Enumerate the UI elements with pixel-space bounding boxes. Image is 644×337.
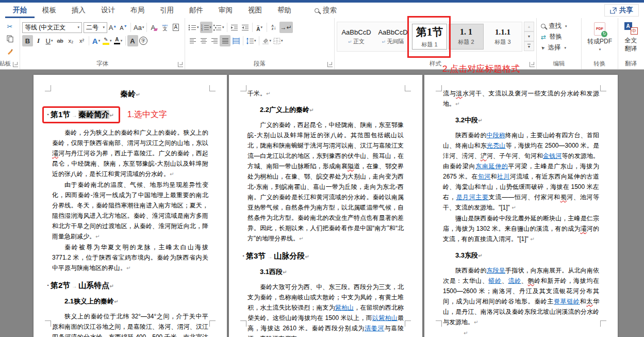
page-2[interactable]: 千米。↵2.2广义上的秦岭↵广义的秦岭，西起昆仑，中经陇南、陕南，东至鄂豫皖-大… [229, 75, 422, 337]
multilevel-list-button[interactable]: ▾ [212, 22, 225, 33]
doc-heading1[interactable]: ·第1节→秦岭简介↵1.选中文字 [47, 106, 208, 123]
font-name-value: 等线 (中文正文 [25, 23, 65, 32]
full-text-translate-button[interactable]: A中 全文 翻译 [620, 21, 641, 53]
clear-formatting-button[interactable]: A [148, 22, 159, 33]
tab-view[interactable]: 视图 [240, 3, 270, 18]
page-1[interactable]: 秦岭↵·第1节→秦岭简介↵1.选中文字秦岭，分为狭义上的秦岭和广义上的秦岭。狭义… [34, 75, 227, 337]
character-scaling-icon: ↔A [256, 23, 260, 32]
clipboard-group: ✂ 剪贴板 [0, 18, 20, 69]
shrink-font-button[interactable]: A▼ [118, 22, 129, 33]
doc-paragraph[interactable]: 秦岭大致可分为西、中、东三段。西段分为三支，北支为秦岭，也称南岐山或大散岭；中支… [247, 282, 404, 337]
tell-me-search[interactable]: 搜索 [315, 3, 337, 18]
superscript-button[interactable]: x² [76, 35, 87, 46]
highlight-color-button[interactable]: ✎▾ [102, 35, 113, 46]
font-name-combo[interactable]: 等线 (中文正文▾ [22, 22, 82, 33]
styles-more-button[interactable]: ▼ [524, 41, 534, 51]
doc-paragraph[interactable]: 广义的秦岭，西起昆仑，中经陇南、陕南，东至鄂豫皖-大别山以及蚌埠附近的张八岭。其… [247, 120, 404, 244]
doc-paragraph[interactable]: 秦岭被尊为华夏文明的龙脉，主峰太白山海拔 3771.2 米，位于陕西省宝鸡市境内… [52, 242, 208, 274]
doc-paragraph[interactable]: 陕西秦岭的中段称终南山，主要山岭有四方台、首阳山、终南山和东光秃山等，海拔均在 … [443, 130, 599, 213]
doc-paragraph[interactable]: 秦岭，分为狭义上的秦岭和广义上的秦岭。狭义上的秦岭，仅限于陕西省南部、渭河与汉江… [52, 127, 208, 180]
align-center-button[interactable] [198, 35, 209, 46]
doc-heading2[interactable]: 2.2广义上的秦岭↵ [247, 105, 404, 115]
svg-text:3: 3 [201, 28, 203, 31]
doc-paragraph[interactable]: 千米。↵ [247, 88, 404, 99]
tab-home[interactable]: 开始 [5, 3, 35, 18]
page-3[interactable]: 流与沮水河干、支流以及褒河一些支流的分水岭和发源地。↵3.2中段↵陕西秦岭的中段… [424, 75, 618, 337]
numbering-button[interactable]: 123▾ [200, 22, 213, 33]
dialog-launcher-paragraph[interactable] [327, 62, 333, 67]
copy-button[interactable] [5, 33, 15, 44]
doc-heading2[interactable]: 3.1西段↵ [247, 267, 404, 277]
doc-paragraph[interactable]: 骊山是陕西秦岭中段北麓外延的断块山，主峰是仁宗庙，海拔为 1302 米。来自骊山… [443, 213, 599, 245]
borders-button[interactable]: ▾ [272, 35, 284, 46]
distribute-button[interactable] [230, 35, 241, 46]
styles-scroll-up-button[interactable]: ▲ [524, 22, 534, 31]
doc-heading2[interactable]: 3.3东段↵ [443, 251, 599, 260]
styles-scroll-down-button[interactable]: ▼ [524, 31, 534, 41]
share-button[interactable]: 共享 [604, 4, 639, 17]
decrease-indent-button[interactable] [229, 22, 240, 33]
bullets-button[interactable]: ▾ [187, 22, 200, 33]
change-case-button[interactable]: Aa▾ [133, 22, 145, 33]
doc-empty-line[interactable]: ↵ [443, 328, 599, 337]
increase-indent-button[interactable] [240, 22, 251, 33]
tab-template[interactable]: 模板 [35, 3, 64, 18]
doc-paragraph[interactable]: 陕西秦岭的东段呈手指状，向东南展开。从北向南依次是：太华山、蟒岭、流岭、鹘岭和新… [443, 265, 599, 328]
align-right-button[interactable] [209, 35, 220, 46]
grow-font-button[interactable]: A▲ [107, 22, 118, 33]
editing-group: 查找▾ ⇄替换 ➤选择▾ 编辑 [536, 18, 581, 69]
strikethrough-button[interactable]: ab [55, 35, 65, 46]
bold-button[interactable]: B [22, 35, 33, 46]
style-item-标题 1[interactable]: 第1节标题 1 [412, 24, 447, 50]
font-size-combo[interactable]: 二号▾ [84, 22, 107, 33]
tab-help[interactable]: 帮助 [270, 3, 299, 18]
convert-to-pdf-button[interactable]: PDF↻ 转成PDF ▾ [584, 21, 616, 52]
chevron-down-icon: ▾ [254, 39, 256, 43]
underline-button[interactable]: U▾ [44, 35, 55, 46]
character-border-button[interactable]: A [170, 22, 181, 33]
doc-heading1[interactable]: ·第2节→山系特点↵ [47, 281, 208, 291]
phonetic-guide-button[interactable]: wén文 [159, 22, 170, 33]
doc-paragraph[interactable]: 狭义上的秦岭位于北纬 32°—34°之间，介于关中平原和南面的汉江谷地之间，是嘉… [52, 311, 208, 337]
dialog-launcher-font[interactable] [178, 62, 183, 67]
font-color-button[interactable]: A▾ [113, 35, 124, 46]
text-effects-button[interactable]: A▾ [91, 35, 102, 46]
document-canvas[interactable]: 秦岭↵·第1节→秦岭简介↵1.选中文字秦岭，分为狭义上的秦岭和广义上的秦岭。狭义… [0, 70, 644, 337]
dialog-launcher-styles[interactable] [530, 62, 535, 67]
tab-references[interactable]: 引用 [152, 3, 181, 18]
asian-layout-button[interactable]: ↔A▾ [254, 22, 265, 33]
enclose-characters-button[interactable]: 字 [138, 35, 149, 46]
dialog-launcher-clipboard[interactable] [13, 62, 18, 67]
chevron-down-icon: ▾ [77, 25, 79, 29]
format-painter-button[interactable] [5, 45, 15, 57]
style-item-正文[interactable]: AaBbCcD↵ 正文 [339, 24, 374, 50]
tab-mailings[interactable]: 邮件 [181, 3, 211, 18]
sort-button[interactable]: AZ↓ [269, 22, 279, 33]
tab-insert[interactable]: 插入 [64, 3, 93, 18]
tab-design[interactable]: 设计 [93, 3, 123, 18]
tab-layout[interactable]: 布局 [123, 3, 152, 18]
cut-button[interactable]: ✂ [5, 21, 15, 32]
tab-review[interactable]: 审阅 [211, 3, 240, 18]
style-item-无间隔[interactable]: AaBbCcD↵ 无间隔 [375, 24, 410, 50]
line-spacing-button[interactable]: ▾ [245, 35, 257, 46]
character-shading-button[interactable]: A [127, 35, 138, 46]
doc-heading1[interactable]: ·第3节→山脉分段↵ [242, 251, 404, 261]
shading-button[interactable]: ▾ [261, 35, 273, 46]
select-button[interactable]: ➤选择▾ [541, 42, 579, 53]
replace-button[interactable]: ⇄替换 [541, 31, 579, 42]
style-item-标题 2[interactable]: 1. 1标题 2 [449, 24, 484, 50]
doc-paragraph[interactable]: 由于秦岭南北的温度、气候、地形均呈现差异性变化，因而秦岭-淮河一线成为了中国地理… [52, 180, 208, 242]
doc-paragraph[interactable]: 流与沮水河干、支流以及褒河一些支流的分水岭和发源地。↵ [443, 88, 599, 109]
style-item-标题 3[interactable]: 1.1.1标题 3 [485, 24, 520, 50]
doc-title[interactable]: 秦岭↵ [52, 89, 208, 99]
find-button[interactable]: 查找▾ [541, 21, 579, 31]
subscript-button[interactable]: x₂ [65, 35, 76, 46]
align-left-button[interactable] [187, 35, 198, 46]
page-content: 秦岭↵·第1节→秦岭简介↵1.选中文字秦岭，分为狭义上的秦岭和广义上的秦岭。狭义… [34, 75, 227, 337]
show-hide-marks-button[interactable]: →↵ [279, 22, 293, 33]
italic-button[interactable]: I [33, 35, 44, 46]
doc-heading2[interactable]: 3.2中段↵ [443, 116, 599, 125]
doc-heading2[interactable]: 2.1狭义上的秦岭↵ [52, 297, 208, 306]
justify-button[interactable] [220, 35, 230, 46]
